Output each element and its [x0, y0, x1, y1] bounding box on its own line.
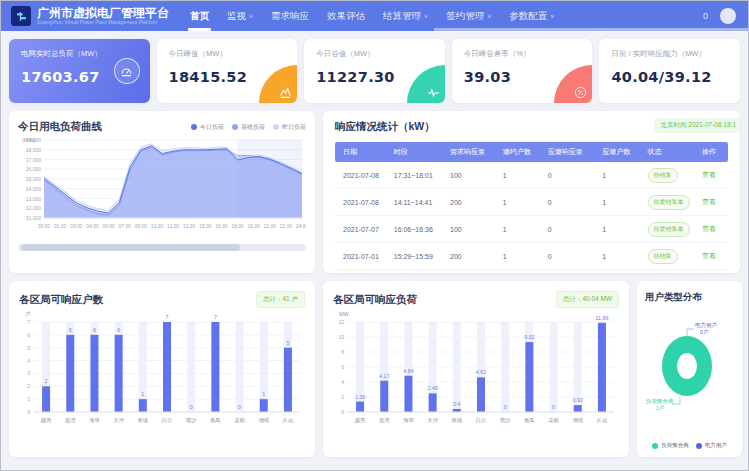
- legend-item[interactable]: 电力用户: [696, 442, 727, 449]
- view-link[interactable]: 查看: [702, 171, 716, 178]
- svg-text:15:00: 15:00: [199, 224, 211, 229]
- svg-text:01:30: 01:30: [54, 224, 66, 229]
- cell-response: 0: [540, 199, 594, 206]
- svg-text:越秀: 越秀: [41, 417, 52, 424]
- legend-item[interactable]: 负荷聚合商: [652, 442, 689, 449]
- svg-text:4: 4: [27, 358, 30, 364]
- table-row: 2021-07-0817:31~18:01100101待结算查看: [335, 162, 728, 189]
- cell-action: 查看: [694, 251, 728, 261]
- svg-text:0.92: 0.92: [573, 397, 583, 403]
- nav-strip: [434, 28, 748, 31]
- status-badge: 待发结算单: [648, 222, 690, 237]
- svg-text:花都: 花都: [234, 417, 245, 424]
- svg-text:从化: 从化: [597, 417, 608, 424]
- chevron-down-icon: ˅: [424, 13, 428, 20]
- view-link[interactable]: 查看: [702, 225, 716, 232]
- cell-response: 0: [540, 172, 594, 179]
- user-type-panel: 用户类型分布 电力用户 0户 负荷聚合商 1户 负荷聚合商电力用户: [637, 281, 742, 457]
- svg-text:从化: 从化: [283, 417, 294, 424]
- cell-demand: 100: [442, 226, 495, 233]
- svg-text:天河: 天河: [113, 417, 124, 423]
- bar: [42, 386, 50, 412]
- svg-text:南沙: 南沙: [500, 417, 511, 424]
- cell-period: 15:29~15:59: [386, 253, 442, 260]
- table-body: 2021-07-0817:31~18:01100101待结算查看2021-07-…: [335, 162, 728, 270]
- callout-top-value: 0户: [700, 329, 709, 335]
- svg-text:9.32: 9.32: [524, 334, 534, 340]
- svg-text:12: 12: [338, 319, 344, 325]
- svg-text:24:00: 24:00: [296, 224, 306, 229]
- bar-background: [501, 322, 509, 412]
- chevron-down-icon: ˅: [249, 13, 253, 20]
- svg-text:4.17: 4.17: [379, 373, 389, 379]
- status-badge: 待结算: [648, 168, 678, 183]
- svg-text:荔湾: 荔湾: [379, 417, 390, 424]
- chevron-down-icon: ˅: [550, 13, 554, 20]
- bar-background: [453, 322, 461, 412]
- svg-text:MW: MW: [339, 311, 350, 317]
- bar: [574, 405, 582, 412]
- cell-status: 待发结算单: [640, 195, 694, 210]
- svg-text:19,000: 19,000: [26, 137, 42, 143]
- nav-item[interactable]: 参数配置˅: [500, 1, 563, 31]
- nav-item-label: 参数配置: [509, 10, 547, 23]
- view-link[interactable]: 查看: [702, 198, 716, 205]
- load-bar-panel: 各区局可响应负荷 总计：40.04 MW MW0246810121.39越秀4.…: [323, 281, 629, 457]
- kpi-card: 电网实时总负荷（MW）17603.67: [9, 39, 150, 103]
- top-navbar: 广州市虚拟电厂管理平台 Guangzhou Virtual Power Plan…: [1, 1, 748, 31]
- user-type-donut-chart: 电力用户 0户 负荷聚合商 1户: [645, 314, 734, 412]
- svg-text:1: 1: [141, 391, 144, 397]
- response-stats-panel: 响应情况统计（kW） 北京时间 2021-07-08 18:1 日期时段需求响应…: [323, 111, 740, 273]
- cell-date: 2021-07-08: [335, 199, 386, 206]
- nav-item-label: 结算管理: [383, 10, 421, 23]
- legend-item[interactable]: 昨日负荷: [273, 123, 306, 132]
- svg-text:白云: 白云: [476, 417, 487, 423]
- nav-item[interactable]: 结算管理˅: [374, 1, 437, 31]
- nav-item[interactable]: 效果评估: [318, 1, 374, 31]
- svg-text:0: 0: [238, 404, 241, 410]
- cell-invited: 1: [495, 199, 540, 206]
- chevron-down-icon: ˅: [487, 13, 491, 20]
- cell-invited: 1: [495, 172, 540, 179]
- chart-zoom-slider[interactable]: [18, 244, 306, 251]
- view-link[interactable]: 查看: [702, 252, 716, 259]
- status-badge: 待结算: [648, 249, 678, 264]
- bar-background: [187, 322, 195, 412]
- svg-text:07:30: 07:30: [119, 224, 131, 229]
- table-header: 日期时段需求响应量邀约户数应邀响应量应邀户数状态操作: [335, 142, 728, 162]
- user-type-legend: 负荷聚合商电力用户: [645, 442, 734, 449]
- svg-text:4.84: 4.84: [403, 368, 413, 374]
- svg-text:17,000: 17,000: [26, 157, 42, 163]
- households-bar-chart: 户012345672越秀6荔湾6海珠6天河1黄埔7白云0南沙7番禺0花都1增城5…: [19, 308, 305, 446]
- svg-text:11,000: 11,000: [26, 215, 41, 221]
- svg-text:4.62: 4.62: [476, 369, 486, 375]
- bar: [404, 376, 412, 412]
- kpi-label: 电网实时总负荷（MW）: [21, 49, 138, 59]
- svg-text:16,000: 16,000: [26, 166, 42, 172]
- bar-background: [550, 322, 558, 412]
- legend-item[interactable]: 基线负荷: [232, 123, 265, 132]
- user-avatar[interactable]: [720, 8, 736, 24]
- nav-item[interactable]: 签约管理˅: [437, 1, 500, 31]
- notification-count[interactable]: 0: [703, 11, 708, 21]
- nav-item-label: 签约管理: [446, 10, 484, 23]
- kpi-label: 今日谷值（MW）: [316, 49, 433, 59]
- zoom-slider-handle[interactable]: [21, 244, 240, 251]
- cell-date: 2021-07-01: [335, 253, 386, 260]
- nav-item[interactable]: 需求响应: [262, 1, 318, 31]
- legend-item[interactable]: 今日负荷: [191, 123, 224, 132]
- nav-item-label: 效果评估: [327, 10, 365, 23]
- load-bar-chart: MW0246810121.39越秀4.17荔湾4.84海珠2.49天河0.4黄埔…: [333, 308, 619, 446]
- bar: [163, 322, 171, 412]
- svg-text:11.89: 11.89: [595, 315, 608, 321]
- svg-text:7: 7: [166, 314, 169, 320]
- callout-top-label: 电力用户: [695, 322, 717, 329]
- logo: [11, 6, 31, 26]
- svg-text:09:00: 09:00: [135, 224, 147, 229]
- households-bar-title: 各区局可响应户数: [19, 293, 103, 307]
- nav-item[interactable]: 监视˅: [218, 1, 262, 31]
- nav-item[interactable]: 首页: [181, 1, 218, 31]
- svg-text:18,000: 18,000: [26, 147, 42, 153]
- cell-demand: 200: [442, 199, 495, 206]
- bar: [284, 348, 292, 412]
